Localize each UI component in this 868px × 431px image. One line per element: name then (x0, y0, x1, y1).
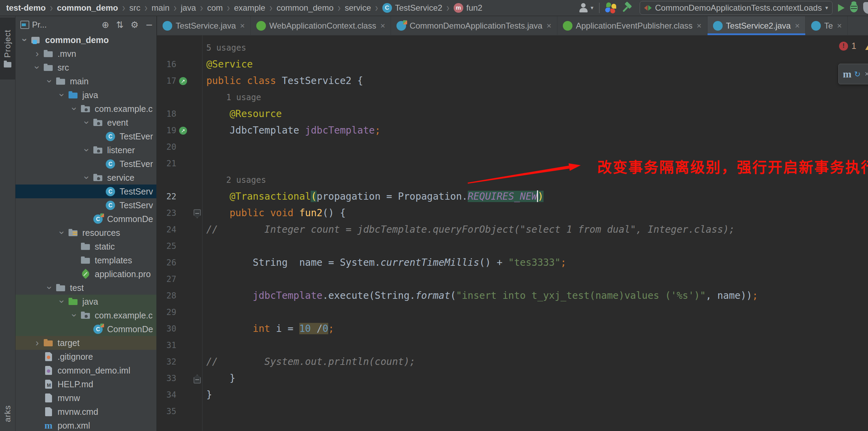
chevron-closed-icon[interactable]: › (31, 48, 43, 59)
tree-row-java[interactable]: ›java (16, 88, 156, 102)
code-line-31[interactable]: 31 (157, 337, 868, 354)
tree-row-.gitignore[interactable]: .gitignore (16, 350, 156, 364)
tree-row-CommonDe[interactable]: CommonDe (16, 322, 156, 336)
tree-row-common_demo.iml[interactable]: common_demo.iml (16, 364, 156, 377)
tree-row-main[interactable]: ›main (16, 74, 156, 88)
tree-row-mvnw.cmd[interactable]: mvnw.cmd (16, 405, 156, 419)
tab-ApplicationEventPublisher.class[interactable]: ApplicationEventPublisher.class× (557, 16, 707, 35)
close-icon[interactable]: × (547, 21, 551, 31)
coverage-icon[interactable] (863, 2, 868, 14)
tree-row-static[interactable]: static (16, 240, 156, 253)
chevron-closed-icon[interactable]: › (31, 337, 43, 348)
maven-reload-icon[interactable]: ↻ (854, 70, 860, 78)
code-editor[interactable]: 5 usages16@Service17↗public class TestSe… (157, 35, 868, 431)
code-lens-row[interactable]: 1 usage (157, 89, 868, 106)
chevron-open-icon[interactable]: › (19, 34, 30, 46)
tab-CommonDemoApplicationTests.java[interactable]: CommonDemoApplicationTests.java× (391, 16, 557, 35)
debug-icon[interactable] (850, 3, 858, 12)
tree-row-templates[interactable]: templates (16, 253, 156, 267)
close-icon[interactable]: × (240, 21, 245, 31)
code-line-18[interactable]: 18 @Resource (157, 106, 868, 122)
code-line-30[interactable]: 30 int i = 10 /0; (157, 320, 868, 337)
breadcrumb-item-main[interactable]: main (152, 3, 169, 13)
code-line-17[interactable]: 17↗public class TestService2 { (157, 73, 868, 89)
usages-lens[interactable]: 2 usages (206, 172, 266, 188)
tree-row-service[interactable]: ›service (16, 171, 156, 185)
ai-clover-icon[interactable] (605, 2, 617, 14)
chevron-open-icon[interactable]: › (44, 75, 55, 87)
chevron-open-icon[interactable]: › (56, 89, 68, 101)
tab-TestService.java[interactable]: TestService.java× (157, 16, 251, 35)
tree-row-com.example.c[interactable]: ›com.example.c (16, 308, 156, 322)
chevron-open-icon[interactable]: › (44, 282, 55, 294)
code-line-24[interactable]: 24// Integer count = jdbcTemplate.queryF… (157, 221, 868, 238)
tree-row-mvnw[interactable]: mvnw (16, 391, 156, 405)
tree-row-TestEver[interactable]: TestEver (16, 129, 156, 143)
chevron-open-icon[interactable]: › (56, 296, 68, 307)
breadcrumb-item-fun2[interactable]: mfun2 (454, 3, 483, 13)
code-line-23[interactable]: 23 public void fun2() { (157, 205, 868, 221)
user-account-button[interactable]: ▾ (578, 3, 593, 13)
code-line-19[interactable]: 19↗ JdbcTemplate jdbcTemplate; (157, 122, 868, 139)
tree-row-HELP.md[interactable]: HELP.md (16, 377, 156, 391)
build-hammer-icon[interactable] (622, 2, 634, 14)
tree-row-listener[interactable]: ›listener (16, 143, 156, 157)
expand-collapse-icon[interactable]: ⇅ (116, 20, 124, 29)
code-line-16[interactable]: 16@Service (157, 56, 868, 73)
tree-row-test[interactable]: ›test (16, 281, 156, 295)
tree-row-resources[interactable]: ›resources (16, 226, 156, 240)
usages-lens[interactable]: 5 usages (206, 40, 246, 56)
hide-panel-icon[interactable]: − (145, 20, 153, 29)
breadcrumb-item-test-demo[interactable]: test-demo (6, 3, 46, 13)
tree-row-TestServ[interactable]: TestServ (16, 198, 156, 212)
tool-button-project[interactable]: Project (0, 18, 15, 80)
chevron-open-icon[interactable]: › (69, 103, 80, 115)
tree-row-pom.xml[interactable]: pom.xml (16, 419, 156, 431)
spring-bean-gutter-icon[interactable]: ↗ (179, 127, 187, 135)
tool-button-bookmarks[interactable]: arks (0, 397, 15, 431)
tree-row-TestEver[interactable]: TestEver (16, 157, 156, 171)
chevron-open-icon[interactable]: › (81, 144, 92, 156)
breadcrumb-item-example[interactable]: example (234, 3, 266, 13)
chevron-open-icon[interactable]: › (32, 62, 43, 73)
tab-TestService2.java[interactable]: TestService2.java× (707, 16, 806, 35)
code-line-25[interactable]: 25 (157, 238, 868, 254)
fold-marker-icon[interactable] (194, 375, 201, 383)
code-line-28[interactable]: 28 jdbcTemplate.execute(String.format("i… (157, 287, 868, 304)
breadcrumb-item-common_demo[interactable]: common_demo (277, 3, 333, 13)
code-line-35[interactable]: 35 (157, 403, 868, 420)
fold-marker-icon[interactable] (194, 209, 201, 218)
tree-row-java[interactable]: ›java (16, 295, 156, 308)
tree-row-com.example.c[interactable]: ›com.example.c (16, 102, 156, 116)
breadcrumb-item-com[interactable]: com (207, 3, 223, 13)
code-line-33[interactable]: 33 } (157, 370, 868, 387)
code-line-32[interactable]: 32// System.out.println(count); (157, 354, 868, 370)
tree-row-application.pro[interactable]: application.pro (16, 267, 156, 281)
tree-row-event[interactable]: ›event (16, 116, 156, 129)
tab-Te[interactable]: Te× (806, 16, 848, 35)
settings-icon[interactable]: ⚙ (131, 20, 138, 29)
locate-icon[interactable]: ⊕ (102, 20, 109, 29)
close-icon[interactable]: × (865, 70, 868, 78)
code-line-34[interactable]: 34} (157, 387, 868, 403)
tree-row-target[interactable]: ›target (16, 336, 156, 350)
code-line-22[interactable]: 22 @Transactional(propagation = Propagat… (157, 188, 868, 205)
tree-row-common_demo[interactable]: ›common_demo (16, 33, 156, 47)
run-configuration-select[interactable]: CommonDemoApplicationTests.contextLoads … (640, 1, 833, 15)
chevron-open-icon[interactable]: › (81, 172, 92, 183)
tree-row-TestServ[interactable]: TestServ (16, 185, 156, 198)
usages-lens[interactable]: 1 usage (206, 89, 261, 106)
code-line-27[interactable]: 27 (157, 271, 868, 287)
close-icon[interactable]: × (380, 21, 385, 31)
tree-row-CommonDe[interactable]: CommonDe (16, 212, 156, 226)
breadcrumb-item-TestService2[interactable]: CTestService2 (382, 3, 442, 13)
chevron-open-icon[interactable]: › (69, 309, 80, 321)
code-line-20[interactable]: 20 (157, 139, 868, 155)
breadcrumb-item-java[interactable]: java (181, 3, 196, 13)
close-icon[interactable]: × (795, 21, 800, 31)
code-line-26[interactable]: 26 String name = System.currentTimeMilli… (157, 254, 868, 271)
tree-row-src[interactable]: ›src (16, 61, 156, 74)
close-icon[interactable]: × (837, 21, 842, 31)
inspections-widget[interactable]: ! 1 (839, 41, 868, 51)
tab-WebApplicationContext.class[interactable]: WebApplicationContext.class× (251, 16, 391, 35)
